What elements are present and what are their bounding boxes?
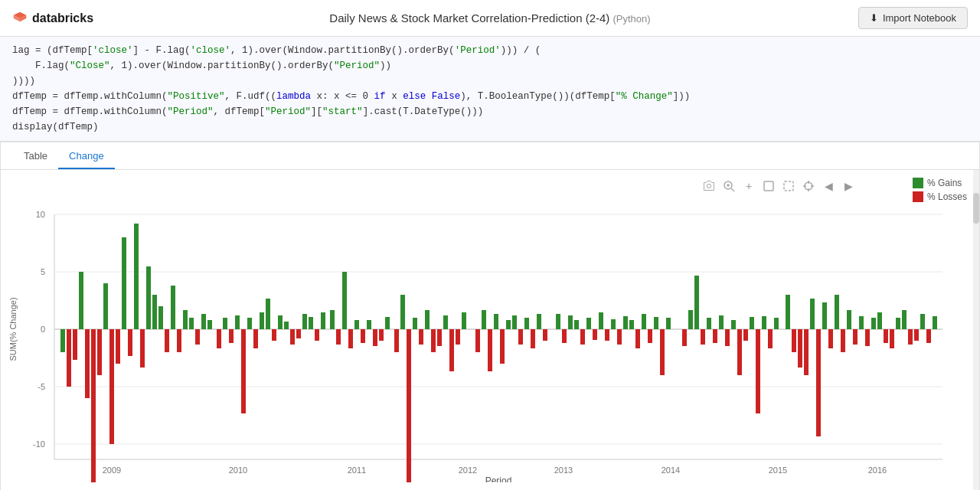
bar-neg [394, 329, 399, 352]
bar-pos [574, 320, 579, 329]
bar-neg [67, 329, 71, 387]
bar-neg [562, 329, 567, 343]
bar-neg [543, 329, 547, 341]
bar-pos [79, 272, 83, 329]
legend-gains: % Gains [913, 178, 967, 188]
bar-pos [235, 315, 240, 329]
bar-pos [60, 329, 65, 352]
bar-neg [165, 329, 169, 352]
bar-pos [321, 312, 325, 329]
bar-neg [336, 329, 341, 345]
tab-table[interactable]: Table [13, 145, 58, 169]
bar-pos [611, 319, 616, 329]
bar-neg [373, 329, 377, 346]
bar-neg [456, 329, 460, 345]
bar-neg [756, 329, 760, 413]
bar-pos [400, 295, 405, 329]
crosshair-icon[interactable] [800, 178, 817, 194]
bar-neg [128, 329, 132, 356]
bar-neg [290, 329, 295, 345]
code-line-6: display(dfTemp) [12, 119, 968, 135]
bar-pos [933, 316, 937, 329]
bar-pos [666, 318, 671, 329]
bar-pos [171, 286, 175, 329]
gains-color-swatch [913, 178, 923, 188]
bar-pos [189, 318, 194, 329]
svg-line-4 [731, 188, 734, 191]
bar-chart-svg: SUM(% Change) 10 5 0 -5 -10 -15 2009 2 [1, 176, 965, 482]
bar-neg [635, 329, 640, 348]
import-notebook-button[interactable]: ⬇ Import Notebook [858, 7, 968, 29]
bar-pos [207, 320, 212, 329]
code-area: lag = (dfTemp['close'] - F.lag('close', … [0, 37, 980, 142]
svg-text:-5: -5 [38, 382, 45, 391]
losses-color-swatch [913, 191, 923, 202]
bar-neg [853, 329, 858, 345]
bar-pos [537, 314, 541, 329]
bar-neg [229, 329, 234, 343]
bar-neg [500, 329, 505, 364]
databricks-logo-icon [12, 11, 28, 26]
lasso-icon[interactable] [780, 178, 797, 194]
bar-pos [719, 315, 724, 329]
bar-pos [146, 266, 151, 329]
bar-pos [260, 312, 264, 329]
bar-pos [586, 318, 591, 329]
bar-neg [296, 329, 301, 338]
bar-pos [556, 314, 560, 329]
bar-pos [762, 316, 766, 329]
box-select-icon[interactable] [760, 178, 777, 194]
bar-pos [425, 310, 430, 329]
bar-pos [482, 310, 486, 329]
tab-change[interactable]: Change [58, 145, 115, 169]
bar-pos [284, 322, 289, 329]
bar-pos [223, 318, 227, 329]
bar-neg [531, 329, 535, 348]
bar-pos [871, 318, 876, 329]
bar-neg [348, 329, 353, 348]
logo-area: databricks [12, 11, 93, 26]
bar-neg [407, 329, 411, 482]
bar-pos [512, 315, 517, 329]
bar-pos [847, 310, 851, 329]
bar-neg [884, 329, 888, 343]
bar-neg [241, 329, 246, 413]
bar-neg [828, 329, 833, 348]
bar-pos [266, 299, 270, 329]
bar-neg [449, 329, 454, 371]
svg-text:2016: 2016 [868, 466, 887, 475]
gains-label: % Gains [927, 178, 962, 188]
bar-pos [896, 318, 900, 329]
bar-pos [385, 317, 390, 329]
pan-left-icon[interactable]: ◀ [820, 178, 837, 194]
bar-pos [524, 318, 529, 329]
bar-pos [920, 314, 925, 329]
bar-pos [413, 318, 417, 329]
notebook-title: Daily News & Stock Market Correlation-Pr… [329, 11, 650, 24]
plus-icon[interactable]: + [740, 178, 757, 194]
bar-neg [713, 329, 717, 343]
bar-neg [701, 329, 705, 345]
chart-legend: % Gains % Losses [913, 178, 967, 202]
bar-pos [774, 318, 779, 329]
bar-pos [902, 310, 906, 329]
scrollbar-thumb[interactable] [973, 193, 979, 224]
camera-icon[interactable] [701, 178, 717, 194]
bar-pos [568, 315, 573, 329]
bar-pos [278, 315, 283, 329]
bar-neg [768, 329, 773, 348]
bar-neg [431, 329, 436, 352]
code-line-1: lag = (dfTemp['close'] - F.lag('close', … [12, 43, 968, 58]
bar-neg [593, 329, 597, 340]
scrollbar-track[interactable] [973, 170, 979, 490]
zoom-icon[interactable] [720, 178, 737, 194]
code-line-4: dfTemp = dfTemp.withColumn("Positive", F… [12, 89, 968, 104]
svg-rect-8 [784, 181, 793, 191]
pan-right-icon[interactable]: ▶ [840, 178, 857, 194]
bar-pos [354, 320, 359, 329]
bar-pos [462, 312, 466, 329]
svg-text:2013: 2013 [554, 466, 573, 475]
svg-text:Period: Period [485, 475, 512, 482]
svg-text:0: 0 [41, 325, 45, 334]
svg-text:10: 10 [36, 210, 45, 219]
